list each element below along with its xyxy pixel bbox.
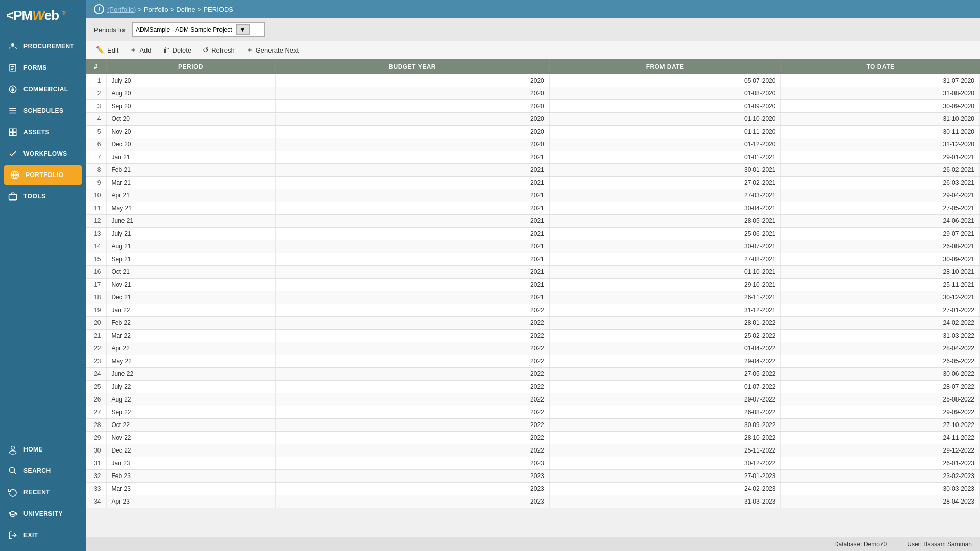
table-row[interactable]: 2Aug 20202001-08-202031-08-2020	[86, 87, 980, 100]
sidebar-item-assets[interactable]: ASSETS	[0, 121, 86, 143]
table-cell-1: Oct 20	[106, 113, 275, 126]
table-row[interactable]: 31Jan 23202330-12-202226-01-2023	[86, 457, 980, 470]
table-row[interactable]: 10Apr 21202127-03-202129-04-2021	[86, 189, 980, 202]
table-cell-2: 2022	[275, 419, 549, 432]
table-row[interactable]: 14Aug 21202130-07-202126-08-2021	[86, 240, 980, 253]
table-row[interactable]: 4Oct 20202001-10-202031-10-2020	[86, 113, 980, 126]
generate-next-button[interactable]: ＋ Generate Next	[244, 44, 301, 56]
table-cell-4: 24-11-2022	[781, 432, 980, 444]
sidebar-item-workflows-label: WORKFLOWS	[23, 150, 67, 157]
sidebar-item-recent-label: RECENT	[23, 489, 50, 496]
add-button[interactable]: ＋ Add	[128, 44, 153, 56]
sidebar-item-commercial-label: COMMERCIAL	[23, 86, 68, 93]
table-cell-4: 26-02-2021	[781, 164, 980, 177]
periods-table-container[interactable]: # PERIOD BUDGET YEAR FROM DATE TO DATE 1…	[86, 59, 980, 537]
table-row[interactable]: 26Aug 22202229-07-202225-08-2022	[86, 393, 980, 406]
table-cell-1: May 21	[106, 202, 275, 215]
table-cell-3: 29-07-2022	[549, 393, 781, 406]
svg-point-0	[11, 43, 14, 46]
table-cell-3: 28-01-2022	[549, 317, 781, 330]
table-cell-2: 2022	[275, 330, 549, 342]
sidebar-item-forms[interactable]: FORMS	[0, 57, 86, 79]
table-row[interactable]: 17Nov 21202129-10-202125-11-2021	[86, 279, 980, 291]
table-row[interactable]: 33Mar 23202324-02-202330-03-2023	[86, 483, 980, 495]
table-cell-2: 2020	[275, 87, 549, 100]
delete-button[interactable]: 🗑 Delete	[161, 45, 194, 55]
user-label: User:	[907, 541, 922, 548]
table-cell-1: Nov 20	[106, 126, 275, 138]
database-info: Database: Demo70	[834, 541, 887, 548]
sidebar-item-portfolio[interactable]: PORTFOLIO	[4, 165, 82, 185]
table-row[interactable]: 24June 22202227-05-202230-06-2022	[86, 368, 980, 381]
sidebar-item-university-label: UNIVERSITY	[23, 510, 63, 517]
table-cell-4: 27-05-2021	[781, 202, 980, 215]
table-row[interactable]: 6Dec 20202001-12-202031-12-2020	[86, 138, 980, 151]
edit-button[interactable]: ✏️ Edit	[94, 45, 120, 55]
table-cell-3: 27-01-2023	[549, 470, 781, 483]
table-cell-3: 29-04-2022	[549, 355, 781, 368]
table-row[interactable]: 30Dec 22202225-11-202229-12-2022	[86, 444, 980, 457]
table-cell-3: 05-07-2020	[549, 74, 781, 87]
sidebar-item-schedules[interactable]: SCHEDULES	[0, 100, 86, 121]
table-row[interactable]: 3Sep 20202001-09-202030-09-2020	[86, 100, 980, 113]
table-cell-0: 11	[86, 202, 106, 215]
table-row[interactable]: 11May 21202130-04-202127-05-2021	[86, 202, 980, 215]
table-cell-1: Dec 22	[106, 444, 275, 457]
sidebar-item-university[interactable]: UNIVERSITY	[0, 503, 86, 524]
table-row[interactable]: 9Mar 21202127-02-202126-03-2021	[86, 177, 980, 189]
table-row[interactable]: 34Apr 23202331-03-202328-04-2023	[86, 495, 980, 508]
table-cell-0: 25	[86, 381, 106, 393]
table-row[interactable]: 27Sep 22202226-08-202229-09-2022	[86, 406, 980, 419]
sidebar-item-tools[interactable]: TOOLS	[0, 186, 86, 207]
info-button[interactable]: i	[94, 4, 104, 14]
table-row[interactable]: 32Feb 23202327-01-202323-02-2023	[86, 470, 980, 483]
table-row[interactable]: 5Nov 20202001-11-202030-11-2020	[86, 126, 980, 138]
breadcrumb-portfolio-link[interactable]: (Portfolio)	[107, 6, 136, 13]
table-cell-4: 31-08-2020	[781, 87, 980, 100]
breadcrumb-periods: PERIODS	[203, 6, 233, 13]
table-cell-1: Jan 21	[106, 151, 275, 164]
sidebar-item-schedules-label: SCHEDULES	[23, 107, 64, 114]
user-info: User: Bassam Samman	[907, 541, 972, 548]
table-row[interactable]: 28Oct 22202230-09-202227-10-2022	[86, 419, 980, 432]
sidebar-item-procurement[interactable]: PROCUREMENT	[0, 36, 86, 57]
project-dropdown-arrow[interactable]: ▼	[236, 24, 250, 35]
table-row[interactable]: 13July 21202125-06-202129-07-2021	[86, 228, 980, 240]
col-header-to-date: TO DATE	[781, 59, 980, 74]
table-cell-0: 34	[86, 495, 106, 508]
svg-rect-12	[13, 133, 16, 136]
sidebar-item-home[interactable]: HOME	[0, 439, 86, 460]
project-selector[interactable]: ADMSample - ADM Sample Project ▼	[132, 22, 265, 37]
sidebar-item-workflows[interactable]: WORKFLOWS	[0, 143, 86, 164]
sidebar-nav: PROCUREMENT FORMS COMMERCIAL SCHEDULES A…	[0, 31, 86, 439]
table-row[interactable]: 25July 22202201-07-202228-07-2022	[86, 381, 980, 393]
sidebar-item-search[interactable]: SEARCH	[0, 460, 86, 482]
table-row[interactable]: 20Feb 22202228-01-202224-02-2022	[86, 317, 980, 330]
table-cell-0: 23	[86, 355, 106, 368]
table-cell-3: 30-07-2021	[549, 240, 781, 253]
sidebar-item-recent[interactable]: RECENT	[0, 482, 86, 503]
table-row[interactable]: 15Sep 21202127-08-202130-09-2021	[86, 253, 980, 266]
generate-next-label: Generate Next	[256, 46, 299, 54]
table-row[interactable]: 12June 21202128-05-202124-06-2021	[86, 215, 980, 228]
table-cell-2: 2021	[275, 215, 549, 228]
table-row[interactable]: 22Apr 22202201-04-202228-04-2022	[86, 342, 980, 355]
table-row[interactable]: 21Mar 22202225-02-202231-03-2022	[86, 330, 980, 342]
table-cell-2: 2023	[275, 457, 549, 470]
table-cell-0: 14	[86, 240, 106, 253]
edit-icon: ✏️	[96, 46, 105, 54]
table-row[interactable]: 23May 22202229-04-202226-05-2022	[86, 355, 980, 368]
table-row[interactable]: 18Dec 21202126-11-202130-12-2021	[86, 291, 980, 304]
exit-icon	[7, 530, 18, 541]
sidebar-item-exit[interactable]: EXIT	[0, 524, 86, 546]
table-row[interactable]: 16Oct 21202101-10-202128-10-2021	[86, 266, 980, 279]
sidebar-item-commercial[interactable]: COMMERCIAL	[0, 79, 86, 100]
table-row[interactable]: 7Jan 21202101-01-202129-01-2021	[86, 151, 980, 164]
table-row[interactable]: 19Jan 22202231-12-202127-01-2022	[86, 304, 980, 317]
table-row[interactable]: 29Nov 22202228-10-202224-11-2022	[86, 432, 980, 444]
refresh-button[interactable]: ↺ Refresh	[201, 45, 237, 55]
table-cell-1: June 22	[106, 368, 275, 381]
table-cell-2: 2020	[275, 100, 549, 113]
table-row[interactable]: 8Feb 21202130-01-202126-02-2021	[86, 164, 980, 177]
table-row[interactable]: 1July 20202005-07-202031-07-2020	[86, 74, 980, 87]
